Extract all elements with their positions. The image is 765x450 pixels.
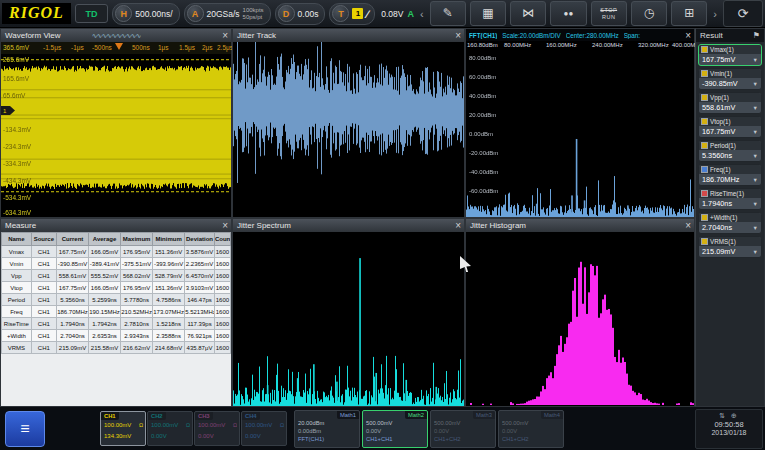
chevron-down-icon[interactable]: ▼ [753, 105, 758, 111]
table-row[interactable]: FreqCH1186.70MHz190.15MHz210.52MHz173.07… [2, 306, 231, 318]
jitter-spectrum-panel: Jitter Spectrum × [232, 218, 465, 407]
col-header: Average [89, 233, 121, 246]
chevron-down-icon[interactable]: ▼ [753, 129, 758, 135]
table-row[interactable]: +WidthCH12.7040ns2.6353ns2.9343ns2.3588n… [2, 330, 231, 342]
rigol-logo: RIGOL [2, 3, 71, 24]
close-icon[interactable]: × [222, 29, 228, 42]
result-item[interactable]: RiseTime(1) 1.7940ns ▼ [698, 188, 762, 210]
main-menu-button[interactable]: ≡ [5, 411, 45, 447]
table-row[interactable]: VminCH1-390.85mV-389.41mV-375.51mV-393.9… [2, 258, 231, 270]
chevron-down-icon[interactable]: ▼ [753, 225, 758, 231]
math3-badge[interactable]: Math3 500.00mV 0.00V CH1+CH2 [430, 410, 496, 448]
close-icon[interactable]: × [455, 219, 461, 232]
acquire-control[interactable]: A 20GSa/s 100kpts 50ps/pt [184, 3, 271, 25]
time-tick: 2μs [202, 44, 213, 51]
cursor-tool-button[interactable]: ✎ [430, 1, 466, 26]
table-row[interactable]: VRMSCH1215.09mV215.58mV216.62mV214.68mV4… [2, 342, 231, 354]
horizontal-key-icon[interactable]: H [115, 5, 132, 22]
waveform-plot[interactable]: 265.6mV 165.6mV 65.6mV 1 -134.3mV -234.3… [1, 54, 231, 217]
channel4-badge[interactable]: CH4 100.00mV Ω 0.00V [241, 411, 287, 446]
jitter-histogram-plot[interactable] [466, 232, 694, 406]
pin-icon[interactable]: ⚑ [753, 31, 760, 40]
auto-setup-button[interactable]: ⟳ [723, 0, 763, 27]
close-icon[interactable]: × [685, 219, 691, 232]
trigger-slope-icon: ∕ [366, 8, 368, 20]
history-button[interactable]: ◷ [631, 1, 667, 26]
trigger-key-icon[interactable]: T [332, 5, 349, 22]
channel3-offset: 0.00V [198, 433, 214, 439]
table-row[interactable]: RiseTimeCH11.7940ns1.7942ns2.7810ns1.521… [2, 318, 231, 330]
jitter-spectrum-plot[interactable] [233, 232, 464, 406]
horizontal-scale-control[interactable]: H 500.00ns/ [112, 3, 179, 25]
chevron-down-icon[interactable]: ▼ [753, 177, 758, 183]
trigger-position-marker[interactable] [115, 43, 123, 50]
trigger-status-button[interactable]: TD [75, 4, 108, 23]
close-icon[interactable]: × [455, 29, 461, 42]
result-value: 1.7940ns [702, 199, 732, 208]
acquire-key-icon[interactable]: A [187, 5, 204, 22]
toolbar-collapse-left-icon[interactable]: ‹ [418, 8, 426, 20]
channel1-badge[interactable]: CH1 100.00mV Ω 134.30mV [100, 411, 146, 446]
result-item[interactable]: Vmax(1) 167.75mV ▼ [698, 44, 762, 66]
delay-control[interactable]: D 0.00s [275, 3, 326, 25]
table-cell: 6.4570mV [185, 270, 215, 282]
result-item[interactable]: Vpp(1) 558.61mV ▼ [698, 92, 762, 114]
result-item[interactable]: Vmin(1) -390.85mV ▼ [698, 68, 762, 90]
math4-badge[interactable]: Math4 500.00mV 0.00V CH1+CH2 [498, 410, 564, 448]
result-value: -390.85mV [702, 79, 738, 88]
channel2-badge[interactable]: CH2 100.00mV Ω 0.00V [147, 411, 193, 446]
chevron-down-icon[interactable]: ▼ [753, 57, 758, 63]
math1-badge[interactable]: Math1 20.00dBm 0.00dBm FFT(CH1) [294, 410, 360, 448]
jitter-track-plot[interactable] [233, 42, 464, 217]
jitter-track-header[interactable]: Jitter Track × [233, 29, 464, 42]
measurement-type-icon [701, 190, 708, 197]
measure-header[interactable]: Measure × [1, 219, 231, 232]
time-tick: 500ns [132, 44, 150, 51]
impedance-icon: Ω [280, 422, 284, 428]
table-row[interactable]: VppCH1558.61mV555.52mV568.02mV528.79mV6.… [2, 270, 231, 282]
measurement-type-icon [701, 238, 708, 245]
result-item[interactable]: VRMS(1) 215.09mV ▼ [698, 236, 762, 258]
waveform-view-header[interactable]: Waveform View ∿∿∿∿∿∿∿∿∿∿ × [1, 29, 231, 42]
channel3-scale: 100.00mV [198, 422, 225, 428]
jitter-histogram-header[interactable]: Jitter Histogram × [466, 219, 694, 232]
chevron-down-icon[interactable]: ▼ [753, 249, 758, 255]
close-icon[interactable]: × [222, 219, 228, 232]
chevron-down-icon[interactable]: ▼ [753, 81, 758, 87]
table-row[interactable]: PeriodCH15.3560ns5.2599ns5.7780ns4.7586n… [2, 294, 231, 306]
table-row[interactable]: VmaxCH1167.75mV166.05mV176.95mV151.36mV3… [2, 246, 231, 258]
v-label: -434.3mV [3, 177, 31, 184]
chevron-down-icon[interactable]: ▼ [753, 201, 758, 207]
eye-diagram-button[interactable]: ⋈ [510, 1, 546, 26]
result-item[interactable]: Period(1) 5.3560ns ▼ [698, 140, 762, 162]
table-cell: Period [2, 294, 32, 306]
time-tick: 2.5μs [217, 44, 233, 51]
fft-plot[interactable]: 80.00dBm 60.00dBm 40.00dBm 20.00dBm 0.00… [466, 51, 694, 217]
time-tick: 1.5μs [179, 44, 195, 51]
delay-value: 0.00s [298, 9, 319, 19]
trigger-control[interactable]: T 1 ∕ [329, 3, 375, 25]
trigger-mode-indicator: A [407, 9, 414, 19]
toolbar-collapse-right-icon[interactable]: › [711, 8, 719, 20]
result-value: 186.70MHz [702, 175, 739, 184]
math2-badge[interactable]: Math2 500.00mV 0.00V CH1+CH1 [362, 410, 428, 448]
table-row[interactable]: VtopCH1167.75mV166.05mV176.95mV151.36mV3… [2, 282, 231, 294]
search-button[interactable]: ●● [550, 1, 586, 26]
time-axis: 365.6mV -1.5μs -1μs -500ns 500ns 1μs 1.5… [1, 42, 231, 54]
result-item[interactable]: Vtop(1) 167.75mV ▼ [698, 116, 762, 138]
chevron-down-icon[interactable]: ▼ [753, 153, 758, 159]
histogram-tool-button[interactable]: ▦ [470, 1, 506, 26]
time-tick: -1μs [71, 44, 84, 51]
stop-run-button[interactable]: STOP RUN [591, 1, 627, 26]
channel3-badge[interactable]: CH3 100.00mV Ω 0.00V [194, 411, 240, 446]
result-item[interactable]: Freq(1) 186.70MHz ▼ [698, 164, 762, 186]
result-item[interactable]: +Width(1) 2.7040ns ▼ [698, 212, 762, 234]
display-apps-button[interactable]: ⊞ [671, 1, 707, 26]
delay-key-icon[interactable]: D [278, 5, 295, 22]
measurement-type-icon [701, 94, 708, 101]
impedance-icon: Ω [186, 422, 190, 428]
table-cell: CH1 [31, 330, 56, 342]
jitter-spectrum-header[interactable]: Jitter Spectrum × [233, 219, 464, 232]
refresh-icon: ⟳ [738, 6, 749, 21]
fft-header[interactable]: FFT(CH1) Scale:20.00dBm/DIV Center:280.0… [466, 29, 694, 41]
